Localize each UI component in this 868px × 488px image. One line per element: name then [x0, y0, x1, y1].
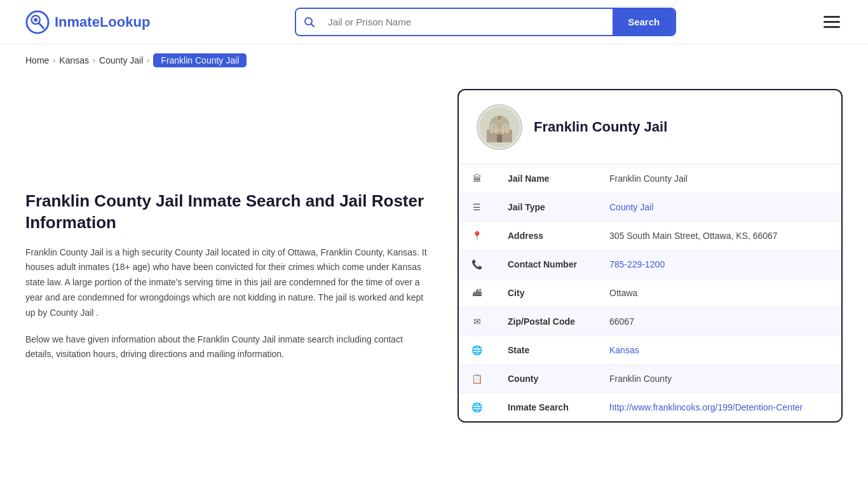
row-icon: 📞	[459, 250, 495, 279]
chevron-icon-1: ›	[53, 56, 55, 65]
table-row: 🏙CityOttawa	[459, 279, 841, 308]
breadcrumb: Home › Kansas › County Jail › Franklin C…	[0, 44, 868, 76]
right-column: Franklin County Jail 🏛Jail NameFranklin …	[458, 89, 843, 423]
table-row: 🏛Jail NameFranklin County Jail	[459, 165, 841, 193]
breadcrumb-county-jail[interactable]: County Jail	[99, 55, 143, 65]
row-value: Franklin County Jail	[597, 165, 841, 193]
svg-rect-14	[506, 126, 508, 133]
svg-rect-15	[497, 135, 502, 142]
chevron-icon-2: ›	[93, 56, 95, 65]
jail-building-icon	[479, 107, 520, 147]
row-icon: ☰	[459, 193, 495, 222]
row-label: Zip/Postal Code	[495, 308, 597, 336]
logo-icon	[25, 10, 50, 34]
breadcrumb-active: Franklin County Jail	[153, 53, 247, 67]
row-link[interactable]: http://www.franklincoks.org/199/Detentio…	[609, 402, 803, 412]
svg-rect-11	[491, 126, 493, 133]
row-label: City	[495, 279, 597, 308]
hamburger-line-3	[824, 26, 840, 28]
row-icon: 🌐	[459, 336, 495, 365]
row-icon: 📍	[459, 222, 495, 250]
search-area: Search	[295, 8, 676, 36]
info-table: 🏛Jail NameFranklin County Jail☰Jail Type…	[459, 165, 841, 421]
table-row: 📋CountyFranklin County	[459, 365, 841, 393]
row-value: Franklin County	[597, 365, 841, 393]
row-value: 305 South Main Street, Ottawa, KS, 66067	[597, 222, 841, 250]
page-description-1: Franklin County Jail is a high security …	[25, 245, 432, 321]
left-column: Franklin County Jail Inmate Search and J…	[25, 89, 432, 423]
row-icon: 📋	[459, 365, 495, 393]
page-description-2: Below we have given information about th…	[25, 332, 432, 363]
svg-rect-13	[502, 126, 504, 133]
logo-text: InmateLookup	[55, 14, 150, 30]
svg-rect-16	[492, 123, 496, 126]
row-link[interactable]: Kansas	[609, 345, 639, 355]
row-label: Inmate Search	[495, 393, 597, 422]
row-link[interactable]: County Jail	[609, 202, 653, 212]
svg-point-3	[34, 18, 37, 22]
search-button[interactable]: Search	[613, 9, 675, 35]
row-value: Ottawa	[597, 279, 841, 308]
table-row: 📍Address305 South Main Street, Ottawa, K…	[459, 222, 841, 250]
svg-line-5	[311, 24, 315, 27]
row-value: 66067	[597, 308, 841, 336]
chevron-icon-3: ›	[147, 56, 149, 65]
search-icon-wrap	[296, 10, 323, 34]
svg-rect-17	[503, 123, 507, 126]
table-row: 📞Contact Number785-229-1200	[459, 250, 841, 279]
row-label: Contact Number	[495, 250, 597, 279]
table-row: 🌐Inmate Searchhttp://www.franklincoks.or…	[459, 393, 841, 422]
row-value[interactable]: http://www.franklincoks.org/199/Detentio…	[597, 393, 841, 422]
search-icon	[304, 17, 315, 28]
row-icon: 🌐	[459, 393, 495, 422]
row-value[interactable]: 785-229-1200	[597, 250, 841, 279]
svg-line-2	[39, 22, 44, 28]
logo-text-part2: Lookup	[100, 14, 150, 30]
page-title: Franklin County Jail Inmate Search and J…	[25, 191, 432, 234]
row-icon: ✉	[459, 308, 495, 336]
breadcrumb-home[interactable]: Home	[25, 55, 49, 65]
table-row: ☰Jail TypeCounty Jail	[459, 193, 841, 222]
row-label: State	[495, 336, 597, 365]
row-value[interactable]: County Jail	[597, 193, 841, 222]
search-wrapper: Search	[295, 8, 676, 36]
hamburger-line-1	[824, 16, 840, 18]
jail-card-title: Franklin County Jail	[534, 119, 667, 135]
svg-rect-10	[498, 116, 501, 119]
row-label: Jail Name	[495, 165, 597, 193]
header: InmateLookup Search	[0, 0, 868, 44]
row-icon: 🏙	[459, 279, 495, 308]
jail-card: Franklin County Jail 🏛Jail NameFranklin …	[458, 89, 843, 423]
logo-link[interactable]: InmateLookup	[25, 10, 150, 34]
hamburger-menu[interactable]	[821, 13, 843, 30]
row-link[interactable]: 785-229-1200	[609, 259, 665, 269]
row-label: Address	[495, 222, 597, 250]
svg-rect-12	[495, 126, 497, 133]
table-row: 🌐StateKansas	[459, 336, 841, 365]
svg-point-0	[27, 11, 48, 32]
row-label: Jail Type	[495, 193, 597, 222]
jail-card-header: Franklin County Jail	[459, 90, 841, 165]
search-input[interactable]	[323, 10, 613, 34]
table-row: ✉Zip/Postal Code66067	[459, 308, 841, 336]
row-icon: 🏛	[459, 165, 495, 193]
row-label: County	[495, 365, 597, 393]
row-value[interactable]: Kansas	[597, 336, 841, 365]
logo-text-part1: Inmate	[55, 14, 100, 30]
breadcrumb-kansas[interactable]: Kansas	[59, 55, 89, 65]
jail-avatar	[477, 104, 522, 150]
hamburger-line-2	[824, 21, 840, 23]
main-content: Franklin County Jail Inmate Search and J…	[0, 76, 868, 448]
